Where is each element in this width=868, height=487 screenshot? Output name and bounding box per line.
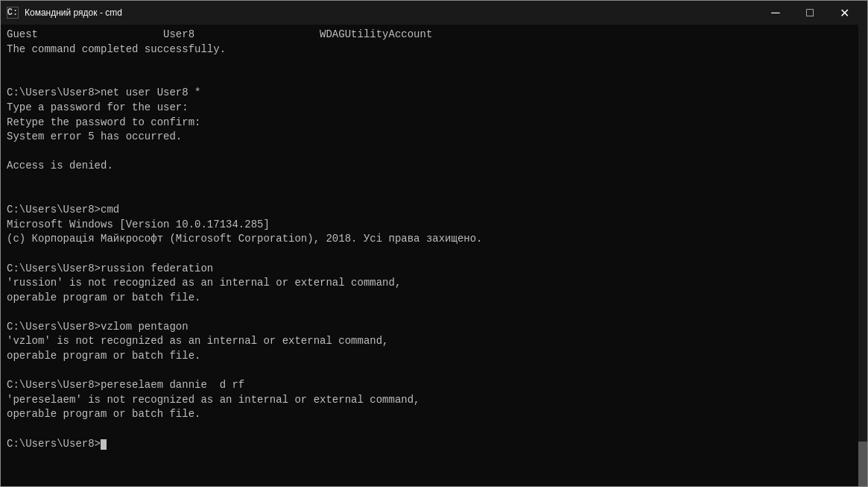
scrollbar[interactable]: [858, 25, 867, 486]
terminal-line-9: Access is denied.: [7, 159, 861, 174]
terminal-line-24: C:\Users\User8>pereselaem dannie d rf: [7, 378, 861, 393]
scrollbar-thumb[interactable]: [858, 442, 867, 486]
terminal-line-13: Microsoft Windows [Version 10.0.17134.28…: [7, 218, 861, 233]
terminal-line-19: [7, 305, 861, 320]
terminal-line-6: Retype the password to confirm:: [7, 116, 861, 131]
close-button[interactable]: ✕: [827, 1, 861, 25]
window-title: Командний рядок - cmd: [25, 7, 122, 18]
minimize-button[interactable]: ─: [758, 1, 793, 25]
terminal-line-17: 'russion' is not recognized as an intern…: [7, 276, 861, 291]
window-controls: ─ □ ✕: [758, 1, 861, 25]
terminal-line-10: [7, 174, 861, 189]
terminal-line-20: C:\Users\User8>vzlom pentagon: [7, 320, 861, 335]
terminal-line-0: Guest User8 WDAGUtilityAccount: [7, 28, 861, 43]
terminal-line-11: [7, 189, 861, 204]
terminal-line-28: C:\Users\User8>: [7, 437, 861, 452]
terminal-line-18: operable program or batch file.: [7, 291, 861, 306]
terminal-line-5: Type a password for the user:: [7, 101, 861, 116]
terminal-line-14: (c) Корпорація Майкрософт (Microsoft Cor…: [7, 232, 861, 247]
terminal-line-15: [7, 247, 861, 262]
terminal-line-16: C:\Users\User8>russion federation: [7, 262, 861, 277]
cmd-icon: C:: [7, 7, 19, 19]
terminal-line-23: [7, 364, 861, 379]
terminal-line-27: [7, 422, 861, 437]
terminal-line-3: [7, 72, 861, 87]
terminal-line-26: operable program or batch file.: [7, 407, 861, 422]
terminal-cursor: [101, 439, 107, 450]
title-bar-left: C: Командний рядок - cmd: [7, 7, 122, 19]
terminal-line-2: [7, 57, 861, 72]
terminal-content: Guest User8 WDAGUtilityAccountThe comman…: [7, 28, 861, 451]
terminal-line-4: C:\Users\User8>net user User8 *: [7, 86, 861, 101]
terminal-line-25: 'pereselaem' is not recognized as an int…: [7, 393, 861, 408]
terminal-line-8: [7, 145, 861, 160]
terminal-line-12: C:\Users\User8>cmd: [7, 203, 861, 218]
terminal-line-1: The command completed successfully.: [7, 43, 861, 57]
terminal-line-22: operable program or batch file.: [7, 349, 861, 364]
title-bar: C: Командний рядок - cmd ─ □ ✕: [1, 1, 867, 25]
terminal-body[interactable]: Guest User8 WDAGUtilityAccountThe comman…: [1, 25, 867, 486]
cmd-window: C: Командний рядок - cmd ─ □ ✕ Guest Use…: [0, 0, 868, 487]
maximize-button[interactable]: □: [793, 1, 827, 25]
terminal-line-7: System error 5 has occurred.: [7, 130, 861, 145]
terminal-line-21: 'vzlom' is not recognized as an internal…: [7, 334, 861, 349]
